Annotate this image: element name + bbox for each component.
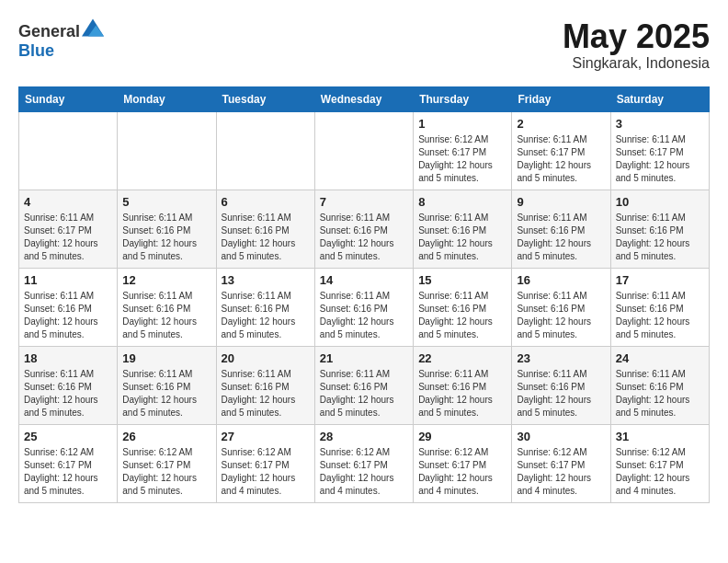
- weekday-header-thursday: Thursday: [414, 86, 512, 111]
- day-info: Sunrise: 6:11 AM Sunset: 6:16 PM Dayligh…: [122, 368, 210, 419]
- day-number: 28: [320, 430, 408, 443]
- calendar-cell: 24Sunrise: 6:11 AM Sunset: 6:16 PM Dayli…: [610, 346, 709, 424]
- logo-general: General: [18, 22, 80, 40]
- day-number: 11: [24, 273, 112, 287]
- calendar-cell: 2Sunrise: 6:11 AM Sunset: 6:17 PM Daylig…: [512, 111, 610, 190]
- calendar-cell: 10Sunrise: 6:11 AM Sunset: 6:16 PM Dayli…: [610, 190, 709, 268]
- day-number: 18: [24, 351, 112, 365]
- calendar-cell: 17Sunrise: 6:11 AM Sunset: 6:16 PM Dayli…: [610, 268, 709, 346]
- day-number: 5: [122, 195, 210, 209]
- day-info: Sunrise: 6:12 AM Sunset: 6:17 PM Dayligh…: [418, 446, 506, 498]
- day-info: Sunrise: 6:11 AM Sunset: 6:16 PM Dayligh…: [517, 212, 605, 263]
- week-row-4: 18Sunrise: 6:11 AM Sunset: 6:16 PM Dayli…: [19, 346, 710, 424]
- weekday-header-row: SundayMondayTuesdayWednesdayThursdayFrid…: [19, 86, 710, 111]
- logo: General Blue: [18, 18, 104, 61]
- day-number: 2: [517, 117, 605, 131]
- day-info: Sunrise: 6:12 AM Sunset: 6:17 PM Dayligh…: [222, 446, 310, 498]
- day-info: Sunrise: 6:11 AM Sunset: 6:16 PM Dayligh…: [320, 212, 408, 263]
- day-number: 16: [517, 273, 605, 287]
- day-info: Sunrise: 6:11 AM Sunset: 6:17 PM Dayligh…: [517, 133, 605, 185]
- logo-blue: Blue: [18, 41, 54, 60]
- weekday-header-tuesday: Tuesday: [216, 86, 314, 111]
- calendar-cell: 27Sunrise: 6:12 AM Sunset: 6:17 PM Dayli…: [216, 424, 314, 502]
- calendar-cell: 11Sunrise: 6:11 AM Sunset: 6:16 PM Dayli…: [19, 268, 118, 346]
- day-number: 22: [418, 351, 506, 365]
- day-number: 4: [24, 195, 112, 209]
- day-info: Sunrise: 6:12 AM Sunset: 6:17 PM Dayligh…: [122, 446, 210, 498]
- calendar-cell: [118, 111, 216, 190]
- calendar-cell: 4Sunrise: 6:11 AM Sunset: 6:17 PM Daylig…: [19, 190, 118, 268]
- week-row-3: 11Sunrise: 6:11 AM Sunset: 6:16 PM Dayli…: [19, 268, 710, 346]
- day-info: Sunrise: 6:11 AM Sunset: 6:16 PM Dayligh…: [418, 368, 506, 419]
- day-number: 6: [222, 195, 310, 209]
- day-info: Sunrise: 6:12 AM Sunset: 6:17 PM Dayligh…: [517, 446, 605, 498]
- day-info: Sunrise: 6:11 AM Sunset: 6:16 PM Dayligh…: [418, 290, 506, 341]
- calendar-cell: 3Sunrise: 6:11 AM Sunset: 6:17 PM Daylig…: [610, 111, 709, 190]
- main-title: May 2025: [563, 18, 710, 55]
- day-info: Sunrise: 6:11 AM Sunset: 6:16 PM Dayligh…: [122, 212, 210, 263]
- calendar-cell: 21Sunrise: 6:11 AM Sunset: 6:16 PM Dayli…: [314, 346, 413, 424]
- day-info: Sunrise: 6:11 AM Sunset: 6:16 PM Dayligh…: [222, 290, 310, 341]
- subtitle: Singkarak, Indonesia: [563, 55, 710, 72]
- calendar-cell: [314, 111, 413, 190]
- day-number: 3: [616, 117, 704, 131]
- calendar-cell: 28Sunrise: 6:12 AM Sunset: 6:17 PM Dayli…: [314, 424, 413, 502]
- calendar-cell: 14Sunrise: 6:11 AM Sunset: 6:16 PM Dayli…: [314, 268, 413, 346]
- calendar-cell: 31Sunrise: 6:12 AM Sunset: 6:17 PM Dayli…: [610, 424, 709, 502]
- day-info: Sunrise: 6:11 AM Sunset: 6:16 PM Dayligh…: [320, 290, 408, 341]
- day-info: Sunrise: 6:11 AM Sunset: 6:16 PM Dayligh…: [24, 290, 112, 341]
- calendar-cell: 23Sunrise: 6:11 AM Sunset: 6:16 PM Dayli…: [512, 346, 610, 424]
- weekday-header-sunday: Sunday: [19, 86, 118, 111]
- calendar-cell: 25Sunrise: 6:12 AM Sunset: 6:17 PM Dayli…: [19, 424, 118, 502]
- title-block: May 2025 Singkarak, Indonesia: [563, 18, 710, 72]
- weekday-header-wednesday: Wednesday: [314, 86, 413, 111]
- day-info: Sunrise: 6:12 AM Sunset: 6:17 PM Dayligh…: [616, 446, 704, 498]
- day-info: Sunrise: 6:11 AM Sunset: 6:16 PM Dayligh…: [616, 212, 704, 263]
- day-number: 15: [418, 273, 506, 287]
- day-number: 7: [320, 195, 408, 209]
- weekday-header-friday: Friday: [512, 86, 610, 111]
- week-row-1: 1Sunrise: 6:12 AM Sunset: 6:17 PM Daylig…: [19, 111, 710, 190]
- calendar-cell: 12Sunrise: 6:11 AM Sunset: 6:16 PM Dayli…: [118, 268, 216, 346]
- calendar: SundayMondayTuesdayWednesdayThursdayFrid…: [18, 86, 710, 503]
- day-number: 31: [616, 430, 704, 443]
- day-info: Sunrise: 6:12 AM Sunset: 6:17 PM Dayligh…: [320, 446, 408, 498]
- calendar-cell: 6Sunrise: 6:11 AM Sunset: 6:16 PM Daylig…: [216, 190, 314, 268]
- day-info: Sunrise: 6:11 AM Sunset: 6:16 PM Dayligh…: [222, 212, 310, 263]
- weekday-header-saturday: Saturday: [610, 86, 709, 111]
- day-info: Sunrise: 6:11 AM Sunset: 6:16 PM Dayligh…: [517, 368, 605, 419]
- day-info: Sunrise: 6:11 AM Sunset: 6:17 PM Dayligh…: [24, 212, 112, 263]
- day-number: 9: [517, 195, 605, 209]
- day-number: 21: [320, 351, 408, 365]
- day-number: 30: [517, 430, 605, 443]
- day-info: Sunrise: 6:11 AM Sunset: 6:16 PM Dayligh…: [122, 290, 210, 341]
- day-info: Sunrise: 6:11 AM Sunset: 6:16 PM Dayligh…: [517, 290, 605, 341]
- day-number: 8: [418, 195, 506, 209]
- day-info: Sunrise: 6:11 AM Sunset: 6:17 PM Dayligh…: [616, 133, 704, 185]
- weekday-header-monday: Monday: [118, 86, 216, 111]
- day-info: Sunrise: 6:11 AM Sunset: 6:16 PM Dayligh…: [222, 368, 310, 419]
- calendar-cell: [19, 111, 118, 190]
- calendar-cell: 30Sunrise: 6:12 AM Sunset: 6:17 PM Dayli…: [512, 424, 610, 502]
- logo-icon: [82, 18, 104, 37]
- day-number: 29: [418, 430, 506, 443]
- day-number: 14: [320, 273, 408, 287]
- day-number: 24: [616, 351, 704, 365]
- calendar-cell: 26Sunrise: 6:12 AM Sunset: 6:17 PM Dayli…: [118, 424, 216, 502]
- header: General Blue May 2025 Singkarak, Indones…: [18, 18, 710, 72]
- calendar-cell: 19Sunrise: 6:11 AM Sunset: 6:16 PM Dayli…: [118, 346, 216, 424]
- day-info: Sunrise: 6:11 AM Sunset: 6:16 PM Dayligh…: [320, 368, 408, 419]
- calendar-cell: 29Sunrise: 6:12 AM Sunset: 6:17 PM Dayli…: [414, 424, 512, 502]
- calendar-cell: [216, 111, 314, 190]
- day-number: 10: [616, 195, 704, 209]
- calendar-cell: 16Sunrise: 6:11 AM Sunset: 6:16 PM Dayli…: [512, 268, 610, 346]
- day-info: Sunrise: 6:11 AM Sunset: 6:16 PM Dayligh…: [616, 290, 704, 341]
- day-info: Sunrise: 6:11 AM Sunset: 6:16 PM Dayligh…: [616, 368, 704, 419]
- calendar-cell: 1Sunrise: 6:12 AM Sunset: 6:17 PM Daylig…: [414, 111, 512, 190]
- day-info: Sunrise: 6:11 AM Sunset: 6:16 PM Dayligh…: [24, 368, 112, 419]
- day-number: 27: [222, 430, 310, 443]
- day-number: 12: [122, 273, 210, 287]
- calendar-cell: 15Sunrise: 6:11 AM Sunset: 6:16 PM Dayli…: [414, 268, 512, 346]
- calendar-cell: 20Sunrise: 6:11 AM Sunset: 6:16 PM Dayli…: [216, 346, 314, 424]
- day-number: 23: [517, 351, 605, 365]
